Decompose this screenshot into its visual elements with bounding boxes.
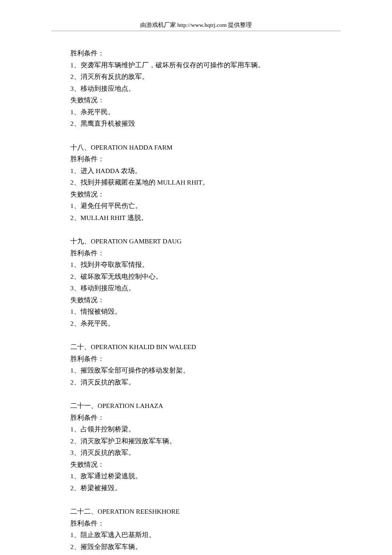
text-line: 1、杀死平民。: [70, 106, 349, 118]
text-line: 胜利条件：: [70, 153, 349, 165]
text-line: 2、杀死平民。: [70, 318, 349, 330]
text-line: 失败情况：: [70, 94, 349, 106]
text-line: 1、突袭军用车辆维护工厂，破坏所有仅存的可操作的军用车辆。: [70, 59, 349, 71]
text-line: 2、找到并捕获藏匿在某地的 MULLAH RHIT。: [70, 176, 349, 188]
text-line: 3、消灭反抗的敌军。: [70, 552, 349, 555]
text-line: 1、阻止敌军逃入巴基斯坦。: [70, 529, 349, 541]
text-line: 1、避免任何平民伤亡。: [70, 200, 349, 212]
text-line: 失败情况：: [70, 188, 349, 200]
text-line: 2、摧毁全部敌军车辆。: [70, 541, 349, 553]
text-line: 胜利条件：: [70, 353, 349, 365]
text-line: 2、破坏敌军无线电控制中心。: [70, 271, 349, 283]
text-line: 1、敌军通过桥梁逃脱。: [70, 470, 349, 482]
text-line: 2、黑鹰直升机被摧毁: [70, 118, 349, 130]
text-line: 3、移动到接应地点。: [70, 83, 349, 95]
text-line: 2、消灭所有反抗的敌军。: [70, 71, 349, 83]
text-line: 3、消灭反抗的敌军。: [70, 447, 349, 459]
section-18: 十八、OPERATION HADDA FARM 胜利条件： 1、进入 HADDA…: [70, 142, 349, 224]
section-20: 二十、OPERATION KHALID BIN WALEED 胜利条件： 1、摧…: [70, 341, 349, 388]
text-line: 胜利条件：: [70, 412, 349, 424]
page-header: 由游戏机厂家 http://www.hqtrj.com 提供整理: [0, 0, 392, 29]
text-line: 1、情报被销毁。: [70, 306, 349, 318]
section-title: 二十二、OPERATION REESHKHORE: [70, 506, 349, 517]
section-22: 二十二、OPERATION REESHKHORE 胜利条件： 1、阻止敌军逃入巴…: [70, 506, 349, 555]
document-content: 胜利条件： 1、突袭军用车辆维护工厂，破坏所有仅存的可操作的军用车辆。 2、消灭…: [0, 31, 392, 555]
section-title: 二十一、OPERATION LAHAZA: [70, 400, 349, 412]
text-line: 胜利条件：: [70, 47, 349, 59]
text-line: 胜利条件：: [70, 517, 349, 529]
text-line: 2、消灭反抗的敌军。: [70, 376, 349, 388]
section-title: 二十、OPERATION KHALID BIN WALEED: [70, 341, 349, 353]
text-line: 胜利条件：: [70, 247, 349, 259]
section-title: 十八、OPERATION HADDA FARM: [70, 142, 349, 153]
text-line: 失败情况：: [70, 459, 349, 471]
section-17-partial: 胜利条件： 1、突袭军用车辆维护工厂，破坏所有仅存的可操作的军用车辆。 2、消灭…: [70, 47, 349, 130]
text-line: 1、占领并控制桥梁。: [70, 423, 349, 435]
section-19: 十九、OPERATION GAMBERT DAUG 胜利条件： 1、找到并夺取敌…: [70, 235, 349, 329]
text-line: 3、移动到接应地点。: [70, 282, 349, 294]
text-line: 2、消灭敌军护卫和摧毁敌军车辆。: [70, 435, 349, 447]
header-text: 由游戏机厂家 http://www.hqtrj.com 提供整理: [140, 22, 252, 28]
text-line: 1、摧毁敌军全部可操作的移动发射架。: [70, 364, 349, 376]
text-line: 2、桥梁被摧毁。: [70, 482, 349, 494]
text-line: 失败情况：: [70, 294, 349, 306]
section-title: 十九、OPERATION GAMBERT DAUG: [70, 235, 349, 247]
section-21: 二十一、OPERATION LAHAZA 胜利条件： 1、占领并控制桥梁。 2、…: [70, 400, 349, 494]
text-line: 1、进入 HADDA 农场。: [70, 165, 349, 177]
text-line: 2、MULLAH RHIT 逃脱。: [70, 212, 349, 224]
text-line: 1、找到并夺取敌军情报。: [70, 259, 349, 271]
